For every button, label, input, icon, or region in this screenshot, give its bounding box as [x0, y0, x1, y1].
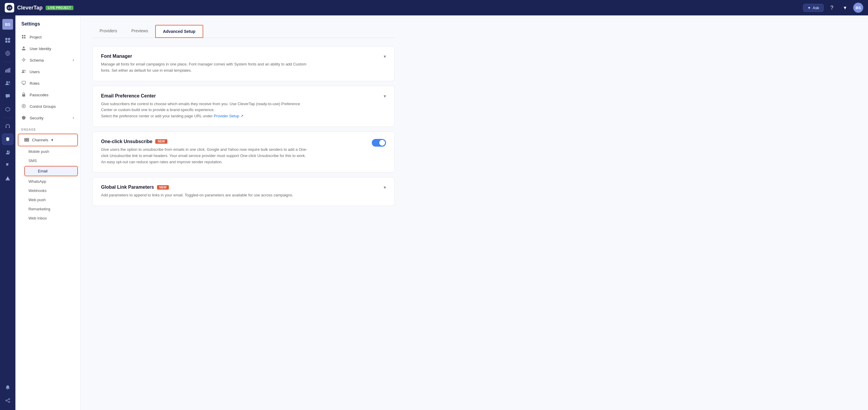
sidebar-item-user-identity[interactable]: User Identity: [16, 43, 80, 55]
sidebar-item-channels[interactable]: Channels ▾: [18, 134, 78, 146]
settings-title: Settings: [16, 15, 80, 31]
sidebar-icon-engage[interactable]: [2, 90, 13, 102]
whatsapp-label: WhatsApp: [28, 179, 46, 184]
one-click-toggle[interactable]: [372, 139, 386, 147]
remarketing-label: Remarketing: [28, 207, 50, 211]
sidebar-icon-alert[interactable]: [2, 172, 13, 184]
project-icon: [21, 34, 27, 40]
sidebar-icon-flag[interactable]: [2, 159, 13, 171]
sidebar-sub-item-webhooks[interactable]: Webhooks: [16, 186, 80, 195]
sidebar-sub-item-email[interactable]: Email: [24, 166, 78, 176]
svg-point-22: [7, 180, 8, 180]
svg-rect-37: [22, 81, 26, 84]
one-click-title: One-click Unsubscribe NEW: [101, 139, 308, 144]
global-link-card-header: Global Link Parameters NEW Add parameter…: [101, 185, 386, 198]
sidebar-item-schema[interactable]: Schema ▾: [16, 55, 80, 66]
sidebar-icon-headset[interactable]: [2, 120, 13, 132]
sidebar-separator-1: [3, 62, 12, 62]
global-link-parameters-card: Global Link Parameters NEW Add parameter…: [92, 177, 395, 206]
sidebar-icon-people[interactable]: [2, 77, 13, 89]
channels-chevron-icon: ▾: [51, 138, 53, 142]
tab-providers[interactable]: Providers: [92, 25, 124, 38]
svg-rect-2: [5, 38, 7, 40]
sidebar-icon-user-settings[interactable]: [2, 146, 13, 158]
svg-rect-29: [24, 35, 26, 36]
tab-previews[interactable]: Previews: [124, 25, 155, 38]
sidebar-sub-item-web-push[interactable]: Web push: [16, 195, 80, 204]
sidebar-icon-targeting[interactable]: [2, 48, 13, 59]
sidebar-sub-item-sms[interactable]: SMS: [16, 156, 80, 165]
email-preference-card-header: Email Preference Center Give subscribers…: [101, 93, 386, 119]
web-inbox-label: Web Inbox: [28, 216, 47, 220]
sidebar-icon-journeys[interactable]: [2, 103, 13, 115]
sidebar-sub-item-whatsapp[interactable]: WhatsApp: [16, 177, 80, 186]
svg-point-6: [6, 51, 10, 55]
mobile-push-label: Mobile push: [28, 149, 49, 154]
svg-point-23: [8, 399, 10, 400]
sidebar-icon-settings[interactable]: [2, 133, 13, 145]
engage-section-label: ENGAGE: [16, 124, 80, 133]
svg-rect-43: [25, 138, 26, 139]
sidebar-item-users[interactable]: Users: [16, 66, 80, 77]
email-preference-content: Email Preference Center Give subscribers…: [101, 93, 308, 119]
roles-icon: [21, 81, 27, 86]
sms-label: SMS: [28, 158, 37, 163]
svg-point-7: [7, 53, 8, 54]
tab-advanced-setup[interactable]: Advanced Setup: [155, 25, 203, 38]
sidebar-item-project[interactable]: Project: [16, 31, 80, 43]
security-icon: [21, 115, 27, 121]
svg-rect-46: [27, 140, 29, 141]
font-manager-chevron-icon[interactable]: ▾: [384, 54, 386, 59]
svg-rect-3: [8, 38, 10, 40]
help-button[interactable]: ?: [827, 3, 837, 12]
users-label: Users: [30, 70, 40, 74]
font-manager-card: Font Manager Manage all fonts for email …: [92, 46, 395, 81]
sidebar-icon-bell[interactable]: [2, 382, 13, 393]
sidebar-icon-share[interactable]: [2, 395, 13, 406]
sidebar-icon-dashboard[interactable]: [2, 34, 13, 46]
svg-point-21: [9, 151, 10, 152]
email-preference-chevron-icon[interactable]: ▾: [384, 93, 386, 99]
sidebar-sub-item-remarketing[interactable]: Remarketing: [16, 204, 80, 214]
content-inner: Providers Previews Advanced Setup Font M…: [81, 15, 406, 220]
sidebar-item-control-groups[interactable]: Control Groups: [16, 101, 80, 112]
global-link-chevron-icon[interactable]: ▾: [384, 185, 386, 190]
logo-icon[interactable]: CT: [5, 3, 14, 12]
workspace-avatar[interactable]: BS: [2, 19, 13, 30]
svg-point-20: [7, 151, 8, 152]
svg-rect-30: [22, 37, 23, 38]
nav-right: ✦ Ask ? ▾ BS: [803, 3, 863, 13]
sidebar-sub-item-web-inbox[interactable]: Web Inbox: [16, 214, 80, 223]
sidebar-item-passcodes[interactable]: Passcodes: [16, 89, 80, 101]
provider-setup-link[interactable]: Provider Setup ↗: [214, 114, 244, 118]
svg-point-19: [7, 139, 8, 140]
email-preference-desc: Give subscribers the control to choose w…: [101, 101, 308, 119]
user-avatar[interactable]: BS: [853, 3, 863, 13]
email-preference-center-card: Email Preference Center Give subscribers…: [92, 86, 395, 127]
svg-rect-31: [24, 37, 26, 38]
passcodes-label: Passcodes: [30, 93, 49, 97]
sidebar-item-roles[interactable]: Roles: [16, 77, 80, 89]
schema-label: Schema: [30, 58, 44, 63]
ask-button[interactable]: ✦ Ask: [803, 4, 824, 12]
one-click-content: One-click Unsubscribe NEW Give users the…: [101, 139, 308, 165]
svg-marker-16: [6, 107, 10, 112]
sidebar-sub-item-mobile-push[interactable]: Mobile push: [16, 147, 80, 156]
nav-chevron-button[interactable]: ▾: [840, 3, 849, 12]
webhooks-label: Webhooks: [28, 188, 46, 193]
main-layout: BS: [0, 15, 868, 410]
svg-point-32: [23, 46, 25, 48]
logo-area: CT CleverTap LIVE PROJECT: [5, 3, 73, 12]
svg-point-14: [6, 81, 8, 83]
svg-rect-33: [22, 49, 26, 50]
svg-rect-45: [25, 140, 26, 141]
one-click-card-header: One-click Unsubscribe NEW Give users the…: [101, 139, 386, 165]
roles-label: Roles: [30, 81, 39, 86]
svg-point-34: [23, 59, 25, 61]
sidebar-icon-analytics[interactable]: [2, 64, 13, 76]
sidebar-item-security[interactable]: Security ▾: [16, 112, 80, 124]
font-manager-title: Font Manager: [101, 54, 308, 59]
svg-rect-17: [6, 127, 6, 128]
channels-icon: [24, 137, 29, 143]
schema-chevron-icon: ▾: [72, 58, 74, 62]
